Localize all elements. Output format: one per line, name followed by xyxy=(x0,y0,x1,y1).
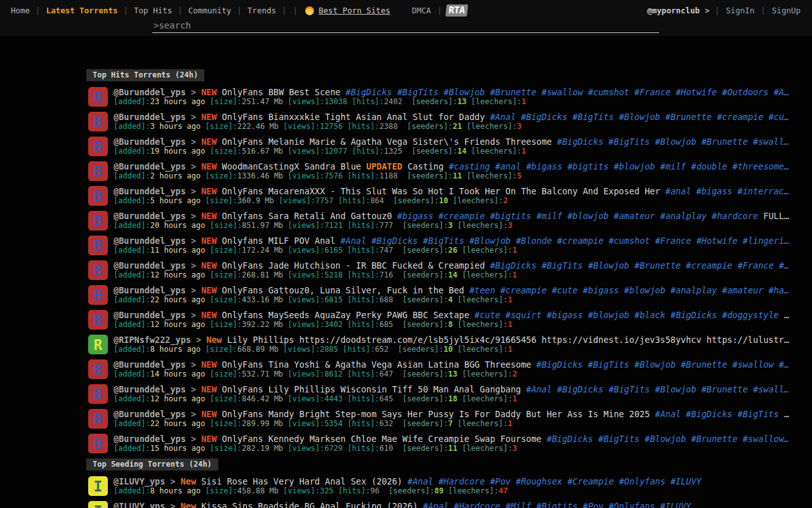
username-link[interactable]: @Burunddel_yps xyxy=(114,434,186,444)
hashtag-link[interactable]: #Pov xyxy=(490,476,511,486)
username-link[interactable]: @ILUVY_yps xyxy=(114,476,165,486)
hashtag-link[interactable]: #BigDicks xyxy=(686,409,732,419)
user-avatar[interactable]: B xyxy=(88,236,108,255)
username-link[interactable]: @Burunddel_yps xyxy=(114,236,186,246)
torrent-title[interactable]: OnlyFans Mandy Bright Step-mom Says Her … xyxy=(222,409,650,419)
hashtag-link[interactable]: #BigTits xyxy=(598,434,639,444)
hashtag-link[interactable]: #BigTits xyxy=(572,112,613,122)
hashtag-link[interactable]: #double xyxy=(691,161,728,171)
hashtag-link[interactable]: #Creampie xyxy=(567,476,613,486)
hashtag-link[interactable]: #amateur xyxy=(614,211,655,221)
username-link[interactable]: @Burunddel_yps xyxy=(114,359,186,370)
hashtag-link[interactable]: #cu… xyxy=(768,112,789,122)
hashtag-link[interactable]: #Brunette xyxy=(702,384,748,394)
torrent-title[interactable]: OnlyFans Kennedy Marksen Chloe Mae Wife … xyxy=(222,434,542,444)
hashtag-link[interactable]: #Blowjob xyxy=(645,434,686,444)
hashtag-link[interactable]: #Anal xyxy=(407,476,433,486)
username-link[interactable]: @Burunddel_yps xyxy=(114,211,186,221)
hashtag-link[interactable]: #Anal xyxy=(490,112,516,122)
hashtag-link[interactable]: #Anal xyxy=(526,384,552,394)
hashtag-link[interactable]: #Roughsex xyxy=(516,476,562,486)
hashtag-link[interactable]: #Blowjob xyxy=(634,359,676,370)
user-avatar[interactable]: B xyxy=(88,359,108,379)
signup-link[interactable]: SignUp xyxy=(766,6,807,15)
hashtag-link[interactable]: #swallow xyxy=(542,87,583,97)
hashtag-link[interactable]: #Onlyfans xyxy=(619,476,665,486)
torrent-title[interactable]: Lily Phillips https://doodstream.com/e/l… xyxy=(227,335,789,345)
hashtag-link[interactable]: #BigDicks xyxy=(537,359,583,370)
hashtag-link[interactable]: #BigTits xyxy=(608,137,650,147)
username-link[interactable]: @Burunddel_yps xyxy=(114,87,186,97)
hashtag-link[interactable]: #Brunette xyxy=(634,260,681,271)
hashtag-link[interactable]: #France xyxy=(738,260,774,271)
hashtag-link[interactable]: #BigDicks xyxy=(557,384,603,394)
torrent-title[interactable]: Onlyfans MILF POV Anal xyxy=(222,236,336,246)
hashtag-link[interactable]: #Blowjob xyxy=(619,112,660,122)
hashtag-link[interactable]: #ha… xyxy=(768,285,789,295)
hashtag-link[interactable]: #Brunette xyxy=(681,359,727,370)
hashtag-link[interactable]: #blowjob xyxy=(614,161,655,171)
user-avatar[interactable]: B xyxy=(88,384,108,404)
hashtag-link[interactable]: #Brunette xyxy=(665,112,712,122)
hashtag-link[interactable]: #BigTits xyxy=(608,384,650,394)
hashtag-link[interactable]: #Brunette xyxy=(702,137,748,147)
hashtag-link[interactable]: #A… xyxy=(774,87,789,97)
user-avatar[interactable]: B xyxy=(88,112,108,131)
torrent-title[interactable]: Onlyfans MaySeeds AquaZay Perky PAWG BBC… xyxy=(222,310,469,320)
hashtag-link[interactable]: #blowjob xyxy=(624,285,665,295)
hashtag-link[interactable]: #BigTits xyxy=(542,260,583,271)
username-link[interactable]: @ILUVY_yps xyxy=(114,501,165,508)
nav-item-trends[interactable]: Trends xyxy=(242,6,282,15)
hashtag-link[interactable]: #bigass xyxy=(547,310,583,320)
hashtag-link[interactable]: #analplay xyxy=(660,211,707,221)
hashtag-link[interactable]: #Anal xyxy=(423,501,449,508)
nav-item-home[interactable]: Home xyxy=(5,6,36,15)
user-avatar[interactable]: B xyxy=(88,87,108,107)
hashtag-link[interactable]: #bigass xyxy=(583,285,619,295)
torrent-title[interactable]: Sisi Rose Has Very Hard Anal Sex (2026) xyxy=(201,476,402,486)
hashtag-link[interactable]: #Blowjob xyxy=(588,260,629,271)
hashtag-link[interactable]: #teen xyxy=(469,285,495,295)
hashtag-link[interactable]: #Bigtits xyxy=(537,501,578,508)
hashtag-link[interactable]: #Blowjob xyxy=(469,236,511,246)
search-input[interactable] xyxy=(152,20,659,33)
hashtag-link[interactable]: #analplay xyxy=(671,285,717,295)
username-link[interactable]: @Burunddel_yps xyxy=(114,186,186,196)
user-avatar[interactable]: B xyxy=(88,310,108,330)
hashtag-link[interactable]: #BigDicks xyxy=(671,310,717,320)
torrent-title[interactable]: Onlyfans Sara Retali And Gattouz0 xyxy=(222,211,392,221)
nav-item-latest-torrents[interactable]: Latest Torrents xyxy=(41,6,124,15)
hashtag-link[interactable]: #BigDicks xyxy=(557,137,603,147)
username-link[interactable]: @Burunddel_yps xyxy=(114,137,186,147)
hashtag-link[interactable]: #swall… xyxy=(753,137,789,147)
hashtag-link[interactable]: #ILUVY xyxy=(671,476,702,486)
username-link[interactable]: @Burunddel_yps xyxy=(114,310,186,320)
hashtag-link[interactable]: #swallow… xyxy=(743,434,789,444)
hashtag-link[interactable]: #BigDicks xyxy=(346,87,392,97)
hashtag-link[interactable]: #BigTits xyxy=(397,87,438,97)
hashtag-link[interactable]: #BigDicks xyxy=(371,236,417,246)
best-porn-sites-link[interactable]: Best Porn Sites xyxy=(305,6,390,15)
torrent-title[interactable]: OnlyFans BBW Best Scene xyxy=(222,87,341,97)
hashtag-link[interactable]: #milf xyxy=(660,161,686,171)
hashtag-link[interactable]: #casting xyxy=(449,161,490,171)
hashtag-link[interactable]: #milf xyxy=(537,211,563,221)
hashtag-link[interactable]: #Onlyfans xyxy=(608,501,655,508)
hashtag-link[interactable]: #anal xyxy=(665,186,691,196)
hashtag-link[interactable]: #Anal xyxy=(655,409,681,419)
username-link[interactable]: @Burunddel_yps xyxy=(114,409,186,419)
hashtag-link[interactable]: #… xyxy=(779,359,789,370)
user-avatar[interactable]: I xyxy=(88,476,108,496)
torrent-title[interactable]: OnlyFans Melanie Marie & Agatha Vega Sis… xyxy=(222,137,552,147)
hashtag-link[interactable]: #BigTits xyxy=(588,359,629,370)
hashtag-link[interactable]: #lingeri… xyxy=(743,236,789,246)
hashtag-link[interactable]: #Hotwife xyxy=(697,236,738,246)
hashtag-link[interactable]: #ILUVY xyxy=(660,501,691,508)
user-avatar[interactable]: B xyxy=(88,137,108,156)
signin-link[interactable]: SignIn xyxy=(719,6,761,15)
hashtag-link[interactable]: #squirt xyxy=(506,310,542,320)
hashtag-link[interactable]: #Brunette xyxy=(691,434,737,444)
torrent-title[interactable]: OnlyFans Bianxxxkie Tight Asian Anal Slu… xyxy=(222,112,485,122)
hashtag-link[interactable]: #Hardcore xyxy=(438,476,485,486)
hashtag-link[interactable]: #Outdoors xyxy=(722,87,768,97)
